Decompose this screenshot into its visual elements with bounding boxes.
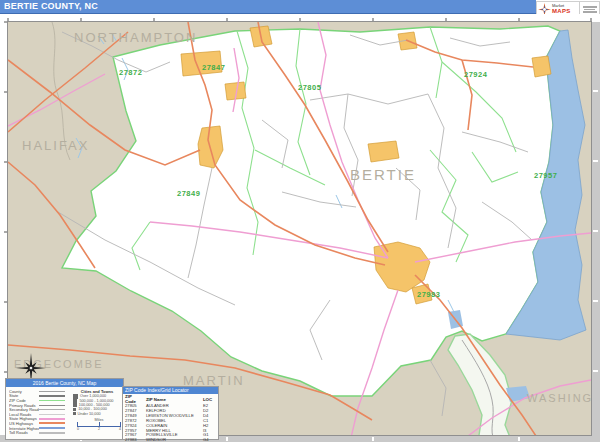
county-label: WASHINGTON <box>527 392 600 404</box>
scale-bar: Miles 024 <box>77 418 121 431</box>
zip-label: 27805 <box>298 83 321 92</box>
legend-city-sizes: Over 1,000,000500,000 - 1,000,000100,000… <box>73 394 121 416</box>
scale-tick: 2 <box>98 427 100 431</box>
top-ruler <box>0 14 600 21</box>
scale-tick: 4 <box>119 427 121 431</box>
zip-index-title: ZIP Code Index/Grid Locator <box>123 387 218 394</box>
zip-index-panel: ZIP Code Index/Grid Locator ZIP Code ZIP… <box>122 386 219 440</box>
county-label: HALIFAX <box>22 138 89 153</box>
county-label: NORTHAMPTON <box>74 30 197 45</box>
map-legend: 2016 Bertie County, NC Map CountyStateZI… <box>5 378 124 440</box>
zip-table-row: 27983WINDSORG4 <box>123 438 218 442</box>
zip-label: 27957 <box>534 171 557 180</box>
map-page: BERTIE COUNTY, NC Market MAPS <box>0 0 600 442</box>
county-map-canvas: NORTHAMPTONHALIFAXBERTIEEDGECOMBEMARTINW… <box>0 0 600 442</box>
right-edge-strip <box>591 22 600 442</box>
city-size-item: Under 10,000 <box>73 412 121 416</box>
zip-label: 27872 <box>119 68 142 77</box>
county-label: BERTIE <box>350 166 416 183</box>
legend-symbol-list: CountyStateZIP CodePrimary RoadsSecondar… <box>9 389 71 435</box>
legend-item: Toll Roads <box>9 430 71 435</box>
zip-label: 27983 <box>417 290 440 299</box>
scale-tick: 0 <box>77 427 79 431</box>
legend-title: 2016 Bertie County, NC Map <box>6 379 123 387</box>
zip-label: 27849 <box>177 189 200 198</box>
zip-label: 27924 <box>464 70 488 79</box>
zip-label: 27847 <box>202 63 225 72</box>
compass-center <box>29 366 32 369</box>
zip-index-table: ZIP Code ZIP Name LOC 27805AULANDERE2278… <box>123 394 218 442</box>
